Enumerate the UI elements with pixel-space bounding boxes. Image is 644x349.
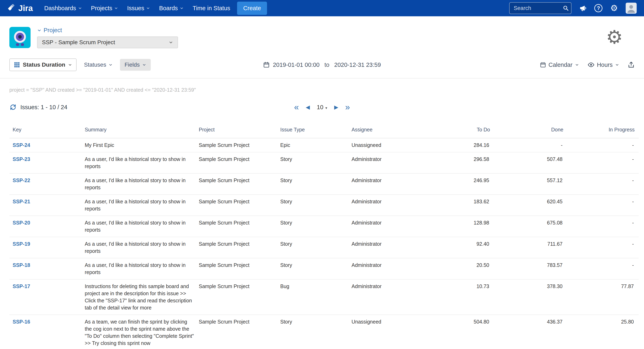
export-icon[interactable]: [628, 61, 635, 68]
next-page-button[interactable]: ▶: [334, 104, 338, 110]
cell-in-progress: -: [568, 194, 639, 216]
cell-issue-type: Story: [280, 216, 352, 237]
chevron-down-icon: [180, 6, 184, 10]
search-box: [509, 2, 572, 14]
cell-done: 783.57: [494, 258, 568, 279]
user-avatar[interactable]: [626, 3, 637, 14]
cell-project: Sample Scrum Project: [199, 138, 280, 152]
first-page-button[interactable]: «: [294, 103, 299, 112]
date-from: 2019-01-01 00:00: [273, 62, 320, 68]
gear-glyph: ⚙: [610, 4, 618, 12]
search-icon[interactable]: [562, 5, 569, 12]
chevron-down-icon: [575, 63, 579, 67]
issues-count: Issues: 1 - 10 / 24: [20, 104, 68, 111]
cell-assignee: Administrator: [352, 258, 437, 279]
cell-in-progress: -: [568, 216, 639, 237]
cell-todo: 10.73: [437, 279, 494, 315]
cell-project: Sample Scrum Project: [199, 152, 280, 174]
issue-key-link[interactable]: SSP-18: [13, 262, 30, 268]
cell-in-progress: -: [568, 152, 639, 174]
statuses-button[interactable]: Statuses: [81, 59, 116, 71]
project-section-label: Project: [44, 27, 62, 34]
issues-table-header-row: KeySummaryProjectIssue TypeAssigneeTo Do…: [9, 123, 639, 138]
cell-assignee: Unassigneed: [352, 315, 437, 349]
issue-key-link[interactable]: SSP-16: [13, 319, 30, 324]
cell-done: 507.48: [494, 152, 568, 174]
page-size-select[interactable]: 10 ▾: [317, 104, 327, 111]
issues-row: Issues: 1 - 10 / 24 « ◀ 10 ▾ ▶ »: [9, 103, 635, 112]
column-header-assignee: Assignee: [352, 123, 437, 138]
cell-key: SSP-18: [9, 258, 85, 279]
issue-key-link[interactable]: SSP-20: [13, 220, 30, 226]
report-settings-gear-icon[interactable]: ⚙: [606, 28, 623, 46]
help-question-glyph: ?: [594, 4, 602, 12]
cell-summary: As a user, I'd like a historical story t…: [85, 258, 199, 279]
cell-done: 711.67: [494, 237, 568, 258]
nav-item-time-in-status[interactable]: Time in Status: [193, 5, 230, 12]
report-type-button[interactable]: Status Duration: [9, 58, 76, 71]
nav-item-issues[interactable]: Issues: [127, 5, 150, 12]
jql-query-text: project = "SSP" AND created >= "2019-01-…: [9, 87, 635, 93]
date-range[interactable]: 2019-01-01 00:00 to 2020-12-31 23:59: [263, 62, 381, 68]
chevron-down-icon: [169, 40, 173, 44]
cell-key: SSP-16: [9, 315, 85, 349]
column-header-summary: Summary: [85, 123, 199, 138]
project-select[interactable]: SSP - Sample Scrum Project: [37, 36, 178, 48]
cell-todo: 296.58: [437, 152, 494, 174]
hours-dropdown[interactable]: Hours: [588, 61, 619, 68]
calendar-dropdown[interactable]: Calendar: [540, 62, 579, 68]
report-type-label: Status Duration: [23, 62, 65, 68]
jira-logo[interactable]: Jira: [7, 4, 33, 13]
cell-project: Sample Scrum Project: [199, 216, 280, 237]
refresh-icon[interactable]: [9, 104, 17, 111]
project-avatar: [9, 27, 30, 48]
announcement-megaphone-icon[interactable]: [579, 4, 586, 12]
nav-item-label: Issues: [127, 5, 144, 12]
issue-key-link[interactable]: SSP-22: [13, 178, 30, 183]
cell-assignee: Administrator: [352, 194, 437, 216]
issue-key-link[interactable]: SSP-23: [13, 156, 30, 162]
jira-mark-icon: [7, 4, 16, 12]
issue-key-link[interactable]: SSP-19: [13, 241, 30, 247]
nav-item-projects[interactable]: Projects: [91, 5, 118, 12]
previous-page-button[interactable]: ◀: [306, 104, 310, 110]
cell-summary: As a user, I'd like a historical story t…: [85, 194, 199, 216]
issue-key-link[interactable]: SSP-24: [13, 142, 30, 148]
issue-key-link[interactable]: SSP-17: [13, 284, 30, 289]
search-input[interactable]: [509, 2, 572, 14]
cell-in-progress: 25.80: [568, 315, 639, 349]
cell-summary: As a user, I'd like a historical story t…: [85, 152, 199, 174]
column-header-in-progress: In Progress: [568, 123, 639, 138]
project-section-toggle[interactable]: Project: [37, 27, 178, 34]
table-row: SSP-17Instructions for deleting this sam…: [9, 279, 639, 315]
issue-key-link[interactable]: SSP-21: [13, 199, 30, 204]
calendar-icon: [263, 62, 270, 68]
nav-item-boards[interactable]: Boards: [159, 5, 184, 12]
column-header-done: Done: [494, 123, 568, 138]
cell-done: 436.37: [494, 315, 568, 349]
chevron-down-icon: [78, 6, 82, 10]
chevron-down-icon: [108, 63, 113, 67]
cell-key: SSP-21: [9, 194, 85, 216]
cell-issue-type: Story: [280, 315, 352, 349]
cell-assignee: Unassigneed: [352, 138, 437, 152]
cell-done: 620.45: [494, 194, 568, 216]
date-to-word: to: [324, 62, 329, 68]
nav-item-dashboards[interactable]: Dashboards: [44, 5, 82, 12]
chevron-down-icon: [146, 6, 150, 10]
cell-summary: As a team, we can finish the sprint by c…: [85, 315, 199, 349]
cell-assignee: Administrator: [352, 152, 437, 174]
issues-table: KeySummaryProjectIssue TypeAssigneeTo Do…: [9, 123, 639, 349]
main-nav: DashboardsProjectsIssuesBoardsTime in St…: [44, 5, 230, 12]
cell-key: SSP-19: [9, 237, 85, 258]
fields-button[interactable]: Fields: [120, 59, 151, 71]
table-row: SSP-21As a user, I'd like a historical s…: [9, 194, 639, 216]
help-icon[interactable]: ?: [594, 4, 602, 12]
report-toolbar: Status Duration Statuses Fields 2019-01-…: [0, 58, 644, 78]
chevron-down-icon: [68, 63, 72, 67]
date-to: 2020-12-31 23:59: [334, 62, 381, 68]
last-page-button[interactable]: »: [345, 103, 350, 112]
create-button[interactable]: Create: [237, 2, 267, 15]
chevron-down-icon: [114, 6, 118, 10]
settings-gear-icon[interactable]: ⚙: [610, 4, 618, 12]
